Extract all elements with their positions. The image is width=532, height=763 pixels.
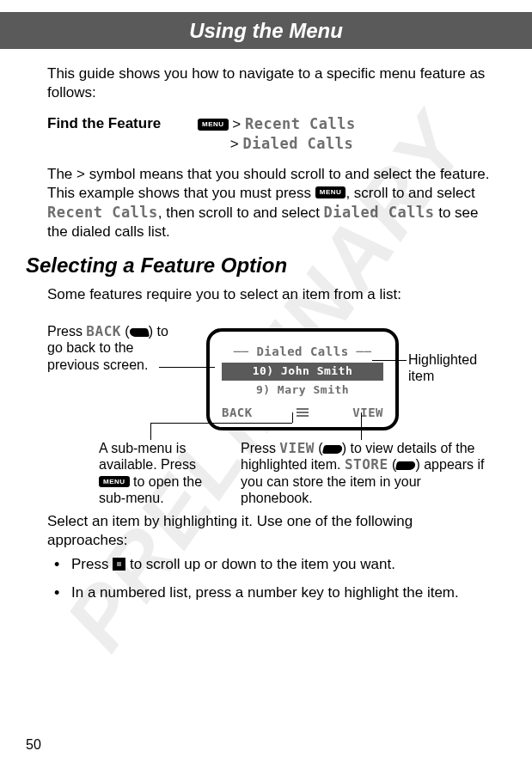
after-diagram-paragraph: Select an item by highlighting it. Use o…	[47, 512, 493, 550]
callout-highlighted: Highlighted item	[408, 351, 494, 384]
callout-view-store: Press VIEW () to view details of the hig…	[241, 440, 490, 506]
find-feature-label: Find the Feature	[47, 114, 198, 133]
page-number: 50	[26, 736, 41, 754]
leader-line	[150, 423, 292, 424]
screen-title: ── Dialed Calls ──	[217, 344, 388, 359]
intro-paragraph: This guide shows you how to navigate to …	[47, 64, 493, 102]
softkey-bar: BACK VIEW	[217, 405, 388, 420]
list-item: Press to scroll up or down to the item y…	[71, 555, 493, 574]
section-intro: Some features require you to select an i…	[47, 285, 493, 304]
section-heading: Selecting a Feature Option	[26, 252, 493, 278]
explanation-paragraph: The > symbol means that you should scrol…	[47, 165, 493, 241]
find-feature-block: Find the Feature MENU > Recent Calls > D…	[47, 114, 493, 154]
phone-screen: ── Dialed Calls ── 10) John Smith 9) Mar…	[206, 328, 399, 430]
menu-icon: MENU	[198, 119, 229, 131]
softkey-left-icon	[129, 328, 150, 337]
menu-icon: MENU	[99, 476, 130, 488]
menu-icon: MENU	[315, 186, 346, 198]
callout-back: Press BACK () to go back to the previous…	[47, 323, 176, 373]
list-item: In a numbered list, press a number key t…	[71, 583, 493, 602]
leader-line	[150, 423, 151, 440]
list-item-highlighted[interactable]: 10) John Smith	[222, 363, 383, 381]
path-sep-1: >	[232, 116, 241, 132]
softkey-view[interactable]: VIEW	[352, 405, 383, 420]
diagram: ── Dialed Calls ── 10) John Smith 9) Mar…	[47, 311, 493, 500]
leader-line	[372, 360, 407, 361]
dialed-calls-text: Dialed Calls	[324, 204, 435, 221]
menu-bars-icon[interactable]	[297, 408, 309, 417]
leader-line	[361, 412, 362, 440]
find-feature-path: MENU > Recent Calls > Dialed Calls	[198, 114, 356, 154]
page-header: Using the Menu	[0, 12, 532, 49]
leader-line	[292, 412, 293, 423]
content-area: This guide shows you how to navigate to …	[0, 49, 532, 601]
path-item-2: Dialed Calls	[242, 135, 353, 152]
path-item-1: Recent Calls	[245, 115, 356, 132]
callout-submenu: A sub-menu is available. Press MENU to o…	[99, 440, 206, 506]
leader-line	[159, 367, 215, 368]
nav-key-icon	[113, 558, 125, 571]
path-sep-2: >	[230, 136, 239, 152]
list-item[interactable]: 9) Mary Smith	[222, 382, 383, 400]
softkey-back[interactable]: BACK	[222, 405, 253, 420]
recent-calls-text: Recent Calls	[47, 204, 158, 221]
softkey-right-icon	[395, 461, 416, 470]
bullet-list: Press to scroll up or down to the item y…	[47, 555, 493, 601]
softkey-right-icon	[322, 445, 343, 454]
